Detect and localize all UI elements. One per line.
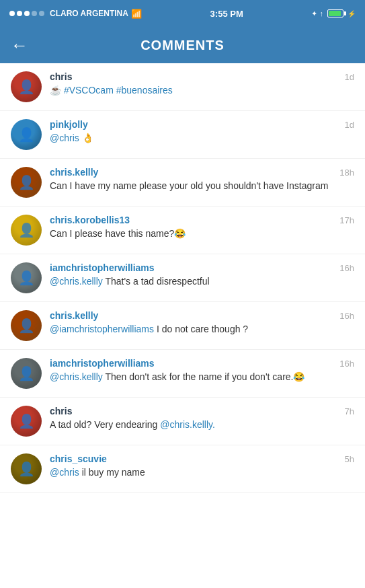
avatar: 👤 <box>11 119 42 150</box>
comment-item: 👤 chris.kellly 18h Can I have my name pl… <box>0 159 365 207</box>
comment-text: Can I please have this name?😂 <box>50 227 354 240</box>
comment-header: chris 1d <box>50 71 354 82</box>
comment-time: 17h <box>339 215 354 225</box>
comments-list: 👤 chris 1d ☕ #VSCOcam #buenosaires 👤 pin… <box>0 63 365 493</box>
comment-text: Can I have my name please your old you s… <box>50 179 354 192</box>
avatar-face: 👤 <box>11 310 42 341</box>
header: ← COMMENTS <box>0 27 365 63</box>
comment-item: 👤 pinkjolly 1d @chris 👌 <box>0 111 365 159</box>
comment-header: pinkjolly 1d <box>50 119 354 130</box>
comment-header: iamchristopherwilliams 16h <box>50 358 354 369</box>
avatar-face: 👤 <box>11 167 42 198</box>
comment-time: 16h <box>339 263 354 273</box>
comment-username[interactable]: chris.kellly <box>50 167 98 178</box>
comment-time: 16h <box>339 359 354 369</box>
comment-item: 👤 iamchristopherwilliams 16h @chris.kell… <box>0 254 365 302</box>
comment-text: @chris.kellly That's a tad disrespectful <box>50 274 354 288</box>
comment-content: chris.kellly 16h @iamchristopherwilliams… <box>50 310 354 336</box>
comment-text: @chris 👌 <box>50 131 354 145</box>
comment-header: chris.kellly 16h <box>50 310 354 321</box>
avatar: 👤 <box>11 215 42 246</box>
comment-item: 👤 chris 1d ☕ #VSCOcam #buenosaires <box>0 63 365 111</box>
battery-fill <box>329 11 341 16</box>
avatar-face: 👤 <box>11 71 42 102</box>
comment-time: 18h <box>339 168 354 178</box>
comment-content: chris.kellly 18h Can I have my name plea… <box>50 167 354 192</box>
avatar: 👤 <box>11 167 42 198</box>
status-right: ✦ ↑ ⚡ <box>311 9 356 18</box>
avatar-face: 👤 <box>11 453 42 484</box>
comment-content: iamchristopherwilliams 16h @chris.kellly… <box>50 262 354 288</box>
comment-time: 7h <box>345 406 354 416</box>
carrier-label: CLARO ARGENTINA <box>50 9 128 18</box>
comment-header: chris.korobellis13 17h <box>50 215 354 225</box>
charging-icon: ⚡ <box>348 10 356 17</box>
dot-4 <box>32 11 37 16</box>
comment-text: @iamchristopherwilliams I do not care th… <box>50 322 354 336</box>
signal-dots <box>9 11 44 16</box>
comment-username[interactable]: chris <box>50 71 72 82</box>
comment-header: iamchristopherwilliams 16h <box>50 262 354 273</box>
avatar: 👤 <box>11 71 42 102</box>
status-left: CLARO ARGENTINA 📶 <box>9 9 142 19</box>
comment-text: @chris il buy my name <box>50 466 354 479</box>
comment-header: chris_scuvie 5h <box>50 453 354 464</box>
avatar-face: 👤 <box>11 358 42 389</box>
status-bar: CLARO ARGENTINA 📶 3:55 PM ✦ ↑ ⚡ <box>0 0 365 27</box>
avatar-face: 👤 <box>11 215 42 246</box>
wifi-icon: 📶 <box>131 9 142 19</box>
comment-content: pinkjolly 1d @chris 👌 <box>50 119 354 145</box>
comment-username[interactable]: chris.kellly <box>50 310 98 321</box>
avatar-face: 👤 <box>11 262 42 293</box>
comment-username[interactable]: iamchristopherwilliams <box>50 358 155 369</box>
comment-username[interactable]: chris.korobellis13 <box>50 215 130 225</box>
comment-username[interactable]: chris_scuvie <box>50 453 107 464</box>
avatar: 👤 <box>11 358 42 389</box>
avatar: 👤 <box>11 310 42 341</box>
comment-text: @chris.kellly Then don't ask for the nam… <box>50 370 354 383</box>
comment-username[interactable]: pinkjolly <box>50 119 88 130</box>
comment-item: 👤 chris.kellly 16h @iamchristopherwillia… <box>0 302 365 350</box>
comment-time: 16h <box>339 311 354 321</box>
comment-item: 👤 chris_scuvie 5h @chris il buy my name <box>0 445 365 493</box>
comment-username[interactable]: chris <box>50 406 72 416</box>
comment-item: 👤 chris 7h A tad old? Very endearing @ch… <box>0 398 365 445</box>
dot-1 <box>9 11 15 16</box>
comment-header: chris.kellly 18h <box>50 167 354 178</box>
comment-time: 1d <box>345 120 354 130</box>
status-time: 3:55 PM <box>210 9 243 19</box>
comment-content: iamchristopherwilliams 16h @chris.kellly… <box>50 358 354 383</box>
dot-5 <box>39 11 44 16</box>
comment-time: 1d <box>345 72 354 82</box>
battery-icon <box>327 9 343 17</box>
avatar: 👤 <box>11 406 42 437</box>
dot-2 <box>17 11 22 16</box>
dot-3 <box>24 11 30 16</box>
avatar-face: 👤 <box>11 406 42 437</box>
comment-content: chris.korobellis13 17h Can I please have… <box>50 215 354 240</box>
comment-content: chris_scuvie 5h @chris il buy my name <box>50 453 354 479</box>
comment-text: ☕ #VSCOcam #buenosaires <box>50 83 354 97</box>
location-icon: ✦ ↑ <box>311 9 323 18</box>
comment-item: 👤 chris.korobellis13 17h Can I please ha… <box>0 207 365 254</box>
avatar: 👤 <box>11 453 42 484</box>
avatar-face: 👤 <box>11 119 42 150</box>
comment-time: 5h <box>345 454 354 464</box>
comment-text: A tad old? Very endearing @chris.kellly. <box>50 418 354 431</box>
comment-content: chris 1d ☕ #VSCOcam #buenosaires <box>50 71 354 97</box>
comment-header: chris 7h <box>50 406 354 416</box>
avatar: 👤 <box>11 262 42 293</box>
page-title: COMMENTS <box>140 38 225 53</box>
back-button[interactable]: ← <box>11 34 34 57</box>
comment-username[interactable]: iamchristopherwilliams <box>50 262 155 273</box>
comment-content: chris 7h A tad old? Very endearing @chri… <box>50 406 354 431</box>
comment-item: 👤 iamchristopherwilliams 16h @chris.kell… <box>0 350 365 398</box>
